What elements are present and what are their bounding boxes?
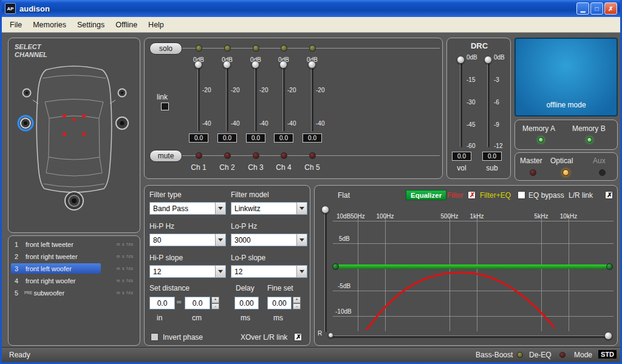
- ch3-fader-track[interactable]: [255, 64, 257, 132]
- drc-vol-value[interactable]: 0.0: [452, 152, 471, 161]
- close-button[interactable]: ✗: [604, 2, 617, 15]
- eq-gain-slider-thumb[interactable]: [321, 206, 329, 214]
- front-left-tweeter-speaker-icon[interactable]: [23, 89, 31, 97]
- drc-vol-tick: -45: [466, 121, 475, 128]
- eq-freq-slider-thumb[interactable]: [604, 332, 612, 340]
- mute-led-ch3[interactable]: [253, 152, 259, 159]
- mute-led-ch1[interactable]: [196, 152, 202, 159]
- solo-led-ch3[interactable]: [253, 45, 259, 52]
- drc-vol-track[interactable]: [460, 59, 462, 147]
- channel-list-item[interactable]: 4front right woofer m s fds: [11, 275, 137, 286]
- dropdown-arrow-icon[interactable]: [215, 266, 225, 277]
- eq-gain-slider-track[interactable]: [324, 207, 327, 332]
- distance-link-icon[interactable]: ∞: [177, 298, 182, 305]
- dropdown-arrow-icon[interactable]: [296, 266, 307, 277]
- lr-link-label: L/R link: [569, 191, 593, 200]
- ch5-fader-thumb[interactable]: [308, 61, 316, 69]
- solo-led-ch5[interactable]: [309, 45, 316, 52]
- ch2-level-value[interactable]: 0.0: [217, 133, 237, 143]
- ch4-level-value[interactable]: 0.0: [274, 133, 293, 143]
- lr-link-checkbox[interactable]: ✗: [605, 191, 613, 199]
- distance-cm-field[interactable]: 0.0: [185, 297, 210, 309]
- dropdown-arrow-icon[interactable]: [296, 203, 307, 214]
- ch1-fader-track[interactable]: [197, 64, 200, 132]
- spinner-down-button[interactable]: -: [211, 303, 219, 310]
- filter-curve-checkbox[interactable]: ✗: [468, 191, 476, 199]
- menu-file[interactable]: File: [4, 19, 27, 31]
- memory-a-label[interactable]: Memory A: [522, 124, 555, 133]
- front-left-woofer-speaker-icon[interactable]: [18, 116, 33, 130]
- ch1-level-value[interactable]: 0.0: [189, 133, 208, 143]
- ch4-fader-track[interactable]: [282, 64, 285, 132]
- ch4-fader-thumb[interactable]: [279, 61, 287, 69]
- ch2-fader-thumb[interactable]: [223, 61, 231, 69]
- ch5-level-value[interactable]: 0.0: [302, 133, 322, 143]
- spinner-up-button[interactable]: +: [211, 297, 219, 303]
- xover-lr-link-checkbox[interactable]: ✗: [294, 333, 302, 341]
- hip-hz-select[interactable]: 80: [149, 234, 226, 246]
- eq-bypass-checkbox[interactable]: [518, 191, 525, 199]
- offline-mode-text: offline mode: [516, 101, 617, 109]
- front-right-woofer-speaker-icon[interactable]: [116, 117, 128, 129]
- menu-offline[interactable]: Offline: [110, 19, 143, 31]
- seat-marker: [72, 118, 76, 121]
- drc-vol-thumb[interactable]: [457, 56, 465, 64]
- ch3-fader-thumb[interactable]: [251, 61, 259, 69]
- drc-title: DRC: [447, 41, 511, 50]
- eq-preset-label: Flat: [338, 191, 350, 200]
- drc-sub-track[interactable]: [487, 59, 490, 147]
- title-bar[interactable]: AP audison ▁ □ ✗: [2, 0, 620, 17]
- subwoofer-speaker-icon[interactable]: [65, 192, 83, 210]
- filter-type-select[interactable]: Band Pass: [149, 202, 226, 215]
- dropdown-arrow-icon[interactable]: [215, 203, 225, 214]
- mute-led-ch4[interactable]: [281, 152, 287, 159]
- minimize-button[interactable]: ▁: [576, 2, 589, 15]
- spinner-down-button[interactable]: -: [293, 303, 301, 310]
- spinner-up-button[interactable]: +: [293, 297, 301, 303]
- mute-button[interactable]: mute: [149, 150, 182, 162]
- channel-list-item[interactable]: 5PREsubwoofer m s fds: [11, 287, 137, 298]
- invert-phase-checkbox[interactable]: [151, 333, 159, 341]
- lop-slope-select[interactable]: 12: [231, 265, 307, 278]
- front-right-tweeter-speaker-icon[interactable]: [118, 89, 126, 97]
- solo-led-ch2[interactable]: [224, 45, 231, 52]
- solo-led-ch4[interactable]: [281, 45, 287, 52]
- ch3-level-value[interactable]: 0.0: [246, 133, 265, 143]
- lop-hz-select[interactable]: 3000: [231, 234, 307, 246]
- ch5-fader-track[interactable]: [311, 64, 313, 132]
- eq-freq-slider-track[interactable]: [332, 335, 612, 338]
- menu-memories[interactable]: Memories: [27, 19, 72, 31]
- maximize-button[interactable]: □: [590, 2, 603, 15]
- solo-led-ch1[interactable]: [196, 45, 202, 52]
- fine-set-field[interactable]: 0.00: [267, 297, 292, 309]
- unit-cm-label: cm: [192, 314, 202, 322]
- channel-name: front left tweeter: [26, 241, 73, 248]
- input-master-label[interactable]: Master: [520, 157, 542, 165]
- drc-sub-value[interactable]: 0.0: [482, 152, 502, 161]
- ch1-fader-thumb[interactable]: [194, 61, 202, 69]
- memory-b-label[interactable]: Memory B: [572, 124, 606, 133]
- solo-button[interactable]: solo: [149, 42, 182, 55]
- dropdown-arrow-icon[interactable]: [296, 234, 307, 246]
- drc-sub-thumb[interactable]: [484, 56, 492, 64]
- drc-sub-tick: -3: [494, 76, 499, 83]
- menu-settings[interactable]: Settings: [72, 19, 110, 31]
- hip-slope-select[interactable]: 12: [149, 265, 226, 278]
- channel-list-item[interactable]: 2front right tweeter m s fds: [11, 251, 137, 262]
- dropdown-arrow-icon[interactable]: [215, 234, 225, 246]
- hip-slope-label: Hi-P slope: [149, 254, 183, 262]
- link-checkbox[interactable]: [161, 103, 169, 110]
- mute-led-ch5[interactable]: [309, 152, 316, 159]
- filter-model-label: Filter model: [231, 190, 269, 199]
- fader-tick-label: -20: [259, 87, 268, 93]
- distance-in-field[interactable]: 0.0: [149, 297, 175, 309]
- filter-model-select[interactable]: Linkwitz: [231, 202, 307, 215]
- channel-list-item-selected[interactable]: 3front left woofer m s fds: [11, 263, 137, 274]
- ch2-fader-track[interactable]: [226, 64, 228, 132]
- mute-led-ch2[interactable]: [224, 152, 231, 159]
- channel-list-item[interactable]: 1front left tweeter m s fds: [11, 238, 137, 250]
- input-optical-label[interactable]: Optical: [550, 157, 573, 165]
- delay-field[interactable]: 0.00: [234, 297, 259, 309]
- menu-help[interactable]: Help: [143, 19, 169, 31]
- equalizer-button[interactable]: Equalizer: [406, 190, 446, 200]
